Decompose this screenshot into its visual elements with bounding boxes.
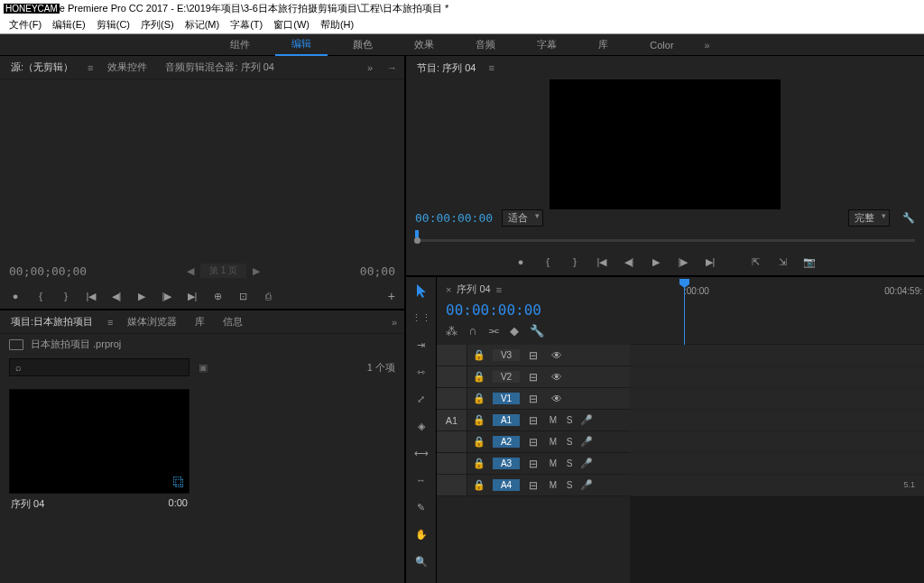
sequence-tab-name[interactable]: 序列 04 [457,282,490,296]
track-label-a1[interactable]: A1 [493,414,520,426]
scrub-handle-icon[interactable] [414,237,420,244]
sync-lock-icon[interactable]: ⊟ [522,349,545,362]
lock-icon[interactable]: 🔒 [467,393,491,404]
export-frame-icon[interactable]: ⎙ [262,290,274,302]
linked-selection-icon[interactable]: ⫘ [487,324,499,338]
menu-help[interactable]: 帮助(H) [315,16,359,33]
lock-icon[interactable]: 🔒 [467,436,491,448]
step-forward-icon[interactable]: |▶ [161,290,173,302]
menu-sequence[interactable]: 序列(S) [135,16,180,33]
mark-out-icon[interactable]: } [60,290,72,302]
workspace-overflow-icon[interactable]: » [705,40,710,51]
track-header-v2[interactable]: 🔒 V2 ⊟ 👁 [437,366,630,388]
prog-step-fwd-icon[interactable]: |▶ [677,255,689,268]
track-select-tool-icon[interactable]: ⋮⋮ [412,310,430,326]
program-scrub-bar[interactable] [406,227,924,248]
track-label-v1[interactable]: V1 [493,393,520,404]
prog-extract-icon[interactable]: ⇲ [776,255,789,268]
solo-button[interactable]: S [561,415,578,425]
slip-tool-icon[interactable]: ⟷ [412,445,430,461]
sync-lock-icon[interactable]: ⊟ [522,436,545,449]
mute-button[interactable]: M [545,415,561,425]
solo-button[interactable]: S [561,437,578,447]
workspace-libraries[interactable]: 库 [582,34,624,55]
step-back-icon[interactable]: ◀| [110,290,123,302]
prog-step-back-icon[interactable]: ◀| [623,255,635,268]
rate-stretch-tool-icon[interactable]: ⤢ [412,391,430,407]
program-monitor-viewport[interactable] [550,79,781,209]
track-header-v3[interactable]: 🔒 V3 ⊟ 👁 [437,345,630,366]
track-label-a2[interactable]: A2 [493,436,520,448]
track-label-v2[interactable]: V2 [493,371,520,383]
track-label-a4[interactable]: A4 [493,479,520,491]
tab-source[interactable]: 源:（无剪辑） [7,57,77,78]
settings-wrench-icon[interactable]: 🔧 [902,212,915,224]
workspace-audio[interactable]: 音频 [459,34,512,55]
prog-play-icon[interactable]: ▶ [650,255,662,268]
prog-marker-icon[interactable]: ● [514,255,527,268]
project-search-input[interactable] [9,358,189,376]
button-editor-icon[interactable]: + [388,289,395,303]
track-label-v3[interactable]: V3 [493,349,520,361]
tab-program-menu-icon[interactable]: ≡ [488,62,494,73]
timeline-wrench-icon[interactable]: 🔧 [530,324,544,338]
prog-mark-out-icon[interactable]: } [568,255,581,268]
toggle-output-icon[interactable]: 👁 [545,349,568,362]
insert-icon[interactable]: ⊕ [211,290,224,302]
resolution-select[interactable]: 完整 [848,209,890,227]
track-header-a2[interactable]: 🔒 A2 ⊟ M S 🎤 [437,431,630,453]
workspace-assembly[interactable]: 组件 [214,34,266,55]
timeline-ruler[interactable]: :00:00 00:04:59: [630,277,924,345]
lock-icon[interactable]: 🔒 [467,371,491,383]
pen-tool-icon[interactable]: ✎ [412,499,430,515]
hand-tool-icon[interactable]: ✋ [412,526,430,542]
track-label-a3[interactable]: A3 [493,458,520,469]
track-header-v1[interactable]: 🔒 V1 ⊟ 👁 [437,388,630,410]
filter-bin-icon[interactable]: ▣ [199,362,208,374]
clip-thumbnail[interactable]: ⿻ [9,389,189,494]
mute-button[interactable]: M [545,480,561,490]
tab-project-menu-icon[interactable]: ≡ [107,317,113,328]
lock-icon[interactable]: 🔒 [467,349,491,361]
slide-tool-icon[interactable]: ↔ [412,472,430,488]
lock-icon[interactable]: 🔒 [467,479,491,491]
menu-marker[interactable]: 标记(M) [180,16,226,33]
project-clip-item[interactable]: ⿻ 序列 04 0:00 [9,389,189,514]
menu-window[interactable]: 窗口(W) [268,16,315,33]
solo-button[interactable]: S [561,458,578,468]
source-next-page-icon[interactable]: ▶ [250,265,263,277]
tab-info[interactable]: 信息 [219,311,246,332]
fit-zoom-select[interactable]: 适合 [502,209,543,227]
overwrite-icon[interactable]: ⊡ [236,290,249,302]
prog-go-out-icon[interactable]: ▶| [704,255,716,268]
voice-over-icon[interactable]: 🎤 [578,458,596,469]
voice-over-icon[interactable]: 🎤 [578,436,596,448]
tab-libraries[interactable]: 库 [191,311,208,332]
sequence-tab-menu-icon[interactable]: ≡ [496,284,502,295]
menu-subtitle[interactable]: 字幕(T) [225,16,268,33]
razor-tool-icon[interactable]: ◈ [412,418,430,434]
workspace-editing[interactable]: 编辑 [275,33,328,56]
tab-program[interactable]: 节目: 序列 04 [413,58,479,79]
voice-over-icon[interactable]: 🎤 [578,414,596,426]
tab-effect-controls[interactable]: 效果控件 [104,57,151,78]
workspace-captions[interactable]: 字幕 [521,34,573,55]
tab-audio-mixer[interactable]: 音频剪辑混合器: 序列 04 [162,57,277,78]
zoom-tool-icon[interactable]: 🔍 [412,553,430,569]
sequence-tab-close-icon[interactable]: × [446,284,451,295]
mute-button[interactable]: M [545,437,561,447]
timeline-timecode[interactable]: 00:00:00:00 [446,300,621,322]
sync-lock-icon[interactable]: ⊟ [522,371,545,384]
track-header-a1[interactable]: A1 🔒 A1 ⊟ M S 🎤 [437,410,630,431]
tab-media-browser[interactable]: 媒体浏览器 [124,311,180,332]
source-timecode-left[interactable]: 00;00;00;00 [9,264,87,278]
tab-project[interactable]: 项目:日本旅拍项目 [7,311,97,332]
track-header-a3[interactable]: 🔒 A3 ⊟ M S 🎤 [437,453,630,475]
prog-mark-in-icon[interactable]: { [541,255,554,268]
workspace-color2[interactable]: Color [633,36,689,54]
lock-icon[interactable]: 🔒 [467,414,491,426]
play-icon[interactable]: ▶ [135,290,148,302]
program-timecode[interactable]: 00:00:00:00 [415,211,493,225]
source-prev-page-icon[interactable]: ◀ [184,265,197,277]
go-to-in-icon[interactable]: |◀ [85,290,97,302]
